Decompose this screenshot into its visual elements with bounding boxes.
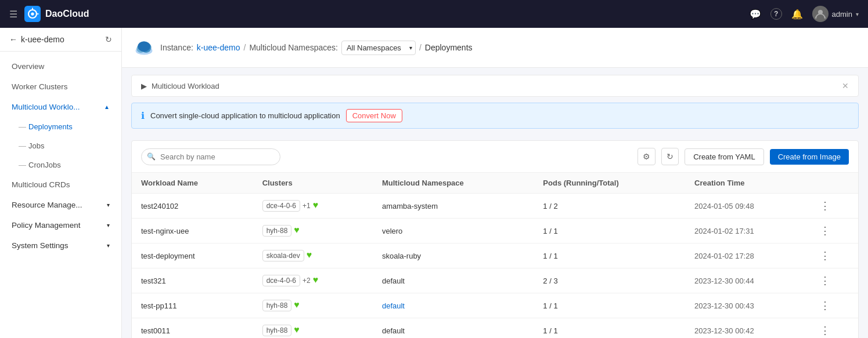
cell-namespace: velero: [373, 219, 534, 243]
chevron-up-icon: ▲: [104, 104, 110, 110]
health-indicator: ♥: [294, 300, 300, 310]
create-image-button[interactable]: Create from Image: [770, 149, 849, 165]
col-pods: Pods (Running/Total): [534, 173, 685, 194]
svg-point-2: [31, 12, 34, 15]
sidebar-instance-header: ← k-uee-demo ↻: [0, 28, 121, 52]
help-icon[interactable]: ?: [770, 8, 782, 20]
workload-name-text[interactable]: test-deployment: [141, 252, 195, 260]
cell-actions[interactable]: ⋮: [811, 293, 858, 318]
info-banner: ℹ Convert single-cloud application to mu…: [131, 103, 859, 129]
sidebar-item-jobs-label: Jobs: [28, 141, 44, 150]
workload-name-text[interactable]: test240102: [141, 202, 178, 210]
cell-namespace: amamba-system: [373, 194, 534, 219]
sidebar-item-system-settings[interactable]: System Settings ▾: [0, 235, 121, 256]
sidebar-item-policy-management-label: Policy Management: [12, 221, 81, 230]
top-navigation: ☰ DaoCloud 💬 ? 🔔 admin ▾: [0, 0, 868, 28]
cell-actions[interactable]: ⋮: [811, 194, 858, 219]
cluster-tag[interactable]: hyh-88: [262, 225, 292, 237]
action-menu-icon[interactable]: ⋮: [820, 275, 831, 286]
cell-creation-time: 2023-12-30 00:44: [685, 268, 811, 293]
cell-clusters: hyh-88♥: [253, 293, 373, 318]
multicloud-workload-panel: ▶ Multicloud Workload ✕: [131, 75, 859, 97]
table-toolbar: ⚙ ↻ Create from YAML Create from Image: [132, 141, 858, 173]
cluster-extra: +2: [302, 277, 311, 285]
cell-clusters: skoala-dev♥: [253, 243, 373, 268]
instance-name-label: k-uee-demo: [21, 35, 64, 44]
action-menu-icon[interactable]: ⋮: [820, 200, 831, 212]
namespace-text[interactable]: default: [382, 301, 405, 310]
sidebar-item-policy-management[interactable]: Policy Management ▾: [0, 215, 121, 235]
sidebar-item-multicloud-workload[interactable]: Multicloud Worklo... ▲: [0, 97, 121, 117]
cell-namespace: default: [373, 293, 534, 318]
workload-name-text[interactable]: test-nginx-uee: [141, 227, 189, 235]
cluster-tag[interactable]: dce-4-0-6: [262, 200, 300, 212]
action-menu-icon[interactable]: ⋮: [820, 250, 831, 261]
workload-panel-title: ▶ Multicloud Workload: [141, 82, 219, 90]
cell-pods: 2 / 3: [534, 268, 685, 293]
breadcrumb-sep2: /: [419, 43, 422, 52]
sidebar-item-deployments[interactable]: Deployments: [0, 117, 121, 136]
sidebar-item-overview[interactable]: Overview: [0, 56, 121, 77]
action-menu-icon[interactable]: ⋮: [820, 300, 831, 311]
chevron-down-icon-policy: ▾: [107, 222, 110, 228]
info-icon: ℹ: [141, 110, 145, 121]
toolbar-right: ⚙ ↻ Create from YAML Create from Image: [638, 148, 849, 165]
col-actions: [811, 173, 858, 194]
sidebar-nav: Overview Worker Clusters Multicloud Work…: [0, 52, 121, 260]
breadcrumb-instance-name[interactable]: k-uee-demo: [197, 43, 240, 52]
cell-workload-name: test-pp111: [132, 293, 253, 318]
cell-pods: 1 / 1: [534, 243, 685, 268]
sidebar-item-multicloud-crds-label: Multicloud CRDs: [12, 180, 70, 189]
cluster-tag[interactable]: hyh-88: [262, 325, 292, 336]
convert-now-button[interactable]: Convert Now: [346, 109, 402, 122]
action-menu-icon[interactable]: ⋮: [820, 225, 831, 237]
sidebar-item-resource-manage[interactable]: Resource Manage... ▾: [0, 195, 121, 215]
cluster-tag[interactable]: dce-4-0-6: [262, 275, 300, 286]
cell-workload-name: test240102: [132, 194, 253, 219]
action-menu-icon[interactable]: ⋮: [820, 325, 831, 336]
cluster-tag[interactable]: skoala-dev: [262, 250, 304, 261]
namespace-text: default: [382, 277, 405, 285]
cell-creation-time: 2023-12-30 00:42: [685, 318, 811, 339]
workload-name-text[interactable]: test321: [141, 277, 166, 285]
user-menu[interactable]: admin ▾: [812, 6, 859, 22]
breadcrumb-namespaces-label: Multicloud Namespaces:: [249, 43, 338, 52]
cell-actions[interactable]: ⋮: [811, 318, 858, 339]
refresh-button[interactable]: ↻: [661, 148, 679, 165]
expand-icon: ▶: [141, 82, 147, 90]
health-indicator: ♥: [307, 250, 312, 260]
close-icon[interactable]: ✕: [842, 81, 849, 90]
cell-namespace: skoala-ruby: [373, 243, 534, 268]
chat-icon[interactable]: 💬: [750, 9, 761, 20]
cell-actions[interactable]: ⋮: [811, 219, 858, 243]
hamburger-menu-icon[interactable]: ☰: [9, 9, 17, 20]
back-button[interactable]: ← k-uee-demo: [9, 35, 64, 44]
search-wrapper: [141, 148, 280, 165]
settings-button[interactable]: ⚙: [638, 148, 655, 165]
user-chevron-icon: ▾: [856, 11, 859, 17]
content-area: Instance: k-uee-demo / Multicloud Namesp…: [122, 28, 868, 338]
col-clusters: Clusters: [253, 173, 373, 194]
sidebar-item-multicloud-crds[interactable]: Multicloud CRDs: [0, 175, 121, 195]
create-yaml-button[interactable]: Create from YAML: [685, 148, 763, 165]
workload-panel-title-text: Multicloud Workload: [152, 82, 219, 90]
search-input[interactable]: [141, 148, 280, 165]
cloud-icon: [134, 37, 154, 58]
sidebar-item-worker-clusters-label: Worker Clusters: [12, 82, 68, 91]
namespace-select-wrapper[interactable]: All Namespaces: [341, 41, 416, 55]
namespace-select[interactable]: All Namespaces: [341, 41, 416, 55]
avatar: [812, 6, 829, 22]
cell-actions[interactable]: ⋮: [811, 268, 858, 293]
notifications-icon[interactable]: 🔔: [791, 9, 803, 20]
workload-name-text[interactable]: test-pp111: [141, 301, 177, 310]
sidebar-item-jobs[interactable]: Jobs: [0, 136, 121, 155]
sidebar-item-worker-clusters[interactable]: Worker Clusters: [0, 77, 121, 97]
cell-actions[interactable]: ⋮: [811, 243, 858, 268]
sidebar-item-overview-label: Overview: [12, 62, 44, 71]
col-workload-name: Workload Name: [132, 173, 253, 194]
cluster-tag[interactable]: hyh-88: [262, 300, 292, 311]
workload-panel-header[interactable]: ▶ Multicloud Workload ✕: [132, 75, 858, 96]
sidebar-refresh-icon[interactable]: ↻: [105, 35, 112, 44]
workload-name-text[interactable]: test0011: [141, 326, 170, 335]
sidebar-item-cronjobs[interactable]: CronJobs: [0, 155, 121, 175]
